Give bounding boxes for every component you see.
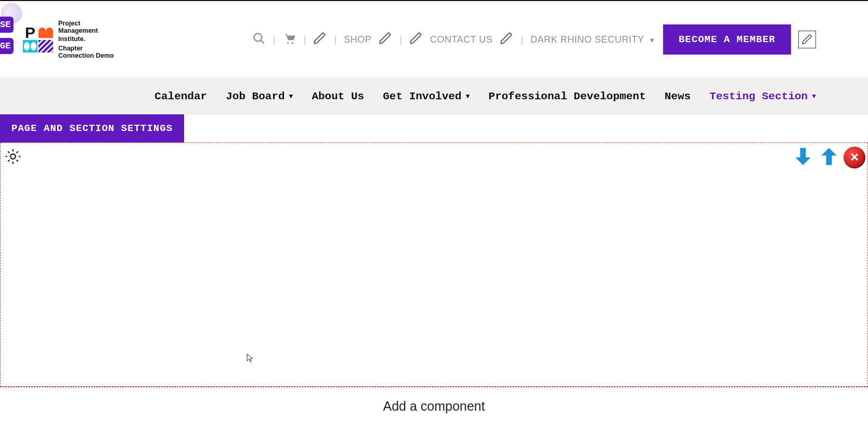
- svg-point-4: [10, 154, 16, 159]
- separator: |: [521, 34, 523, 45]
- nav-item-label: Calendar: [154, 90, 207, 102]
- utility-row: | | | SHOP |: [252, 32, 656, 47]
- logo-text: Project Management Institute. Chapter Co…: [58, 20, 114, 60]
- user-menu[interactable]: DARK RHINO SECURITY ▼: [530, 34, 656, 45]
- svg-line-1: [261, 40, 264, 43]
- close-icon: ✕: [850, 151, 859, 164]
- logo-line2: Management: [58, 27, 114, 34]
- chevron-down-icon: ▼: [812, 93, 816, 100]
- mouse-cursor-icon: [247, 354, 254, 363]
- move-up-button[interactable]: [818, 145, 840, 170]
- chevron-down-icon: ▼: [465, 93, 470, 100]
- nav-item-testing-section[interactable]: Testing Section▼: [709, 90, 816, 102]
- header-right: | | | SHOP |: [252, 24, 816, 55]
- nav-item-calendar[interactable]: Calendar: [154, 90, 207, 102]
- nav-item-label: About Us: [312, 90, 364, 102]
- cart-icon[interactable]: [283, 32, 296, 47]
- separator: |: [304, 34, 306, 45]
- section-tools: ✕: [792, 145, 865, 170]
- logo-glyph-bow: [23, 40, 37, 53]
- nav-item-label: Get Involved: [383, 90, 461, 102]
- edit-header-button[interactable]: [798, 31, 816, 48]
- nav-item-label: Professional Development: [488, 90, 645, 102]
- chevron-down-icon: ▼: [289, 93, 293, 100]
- nav-item-about-us[interactable]: About Us: [312, 90, 364, 102]
- logo-line4a: Chapter: [58, 45, 83, 52]
- nav-item-job-board[interactable]: Job Board▼: [226, 90, 293, 102]
- nav-item-get-involved[interactable]: Get Involved▼: [383, 90, 470, 102]
- edit-icon[interactable]: [313, 32, 327, 47]
- delete-section-button[interactable]: ✕: [844, 147, 865, 168]
- add-component-button[interactable]: Add a component: [0, 387, 868, 414]
- become-member-button[interactable]: BECOME A MEMBER: [663, 24, 791, 55]
- shop-link[interactable]: SHOP: [344, 34, 371, 45]
- svg-point-3: [291, 42, 293, 44]
- edit-icon[interactable]: [409, 32, 423, 47]
- logo-line4: Chapter Connection Demo: [58, 45, 114, 60]
- arrow-up-icon: [818, 145, 840, 168]
- edit-icon[interactable]: [379, 32, 392, 47]
- header: P Project Management Institute. Chapter …: [0, 1, 868, 78]
- nav-item-label: News: [665, 90, 691, 102]
- left-pill-2[interactable]: GE: [0, 38, 14, 54]
- move-down-button[interactable]: [792, 145, 814, 170]
- logo-mark: P: [23, 27, 53, 53]
- search-icon[interactable]: [252, 32, 266, 47]
- gear-icon: [4, 147, 22, 166]
- editable-section: ✕: [0, 142, 868, 387]
- left-pill-1[interactable]: SE: [0, 17, 14, 33]
- pencil-icon: [801, 34, 813, 45]
- chevron-down-icon: ▼: [649, 36, 656, 44]
- separator: |: [399, 34, 402, 45]
- main-nav: CalendarJob Board▼About UsGet Involved▼P…: [0, 78, 868, 114]
- nav-item-label: Testing Section: [709, 90, 808, 102]
- section-settings-button[interactable]: [4, 147, 22, 168]
- logo-line1: Project: [58, 20, 114, 27]
- logo-glyph-p: P: [23, 27, 37, 39]
- nav-item-news[interactable]: News: [665, 90, 691, 102]
- contact-link[interactable]: CONTACT US: [430, 34, 493, 45]
- user-menu-label: DARK RHINO SECURITY: [530, 34, 644, 45]
- page-section-settings-button[interactable]: PAGE AND SECTION SETTINGS: [0, 114, 184, 142]
- logo-glyph-fan: [38, 27, 53, 39]
- logo-line3: Institute.: [58, 35, 114, 43]
- svg-point-0: [254, 33, 262, 41]
- nav-item-professional-development[interactable]: Professional Development: [488, 90, 645, 102]
- separator: |: [273, 34, 276, 45]
- arrow-down-icon: [792, 145, 814, 168]
- svg-point-2: [287, 42, 289, 44]
- left-edge-pills: SE GE: [0, 17, 14, 59]
- nav-item-label: Job Board: [226, 90, 284, 102]
- logo-glyph-stripes: [38, 40, 53, 53]
- logo[interactable]: P Project Management Institute. Chapter …: [23, 20, 114, 60]
- edit-icon[interactable]: [500, 32, 513, 47]
- logo-line4b: Connection Demo: [58, 52, 114, 59]
- separator: |: [334, 34, 336, 45]
